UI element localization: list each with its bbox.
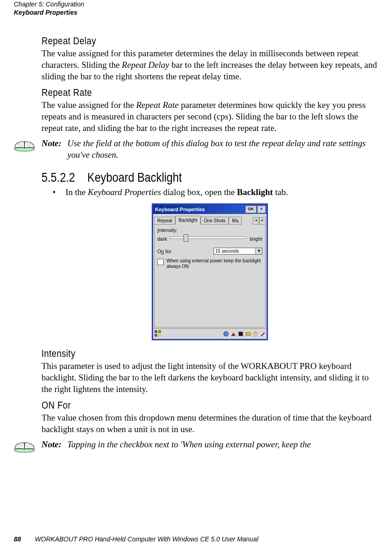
pen-icon[interactable]	[260, 331, 266, 337]
tab-strip: Repeat Backlight One Shots Ma ◂ ▸	[153, 214, 267, 225]
chapter-line: Chapter 5: Configuration	[14, 0, 378, 8]
onfor-combo[interactable]: 15 seconds ▾	[214, 248, 262, 255]
svg-rect-6	[239, 332, 243, 336]
section-line: Keyboard Properties	[14, 8, 378, 17]
repeat-delay-heading: Repeat Delay	[42, 35, 328, 47]
tab-scroll-right[interactable]: ▸	[259, 217, 266, 225]
bullet-open-backlight: • In the Keyboard Properties dialog box,…	[53, 187, 378, 198]
repeat-delay-paragraph: The value assigned for this parameter de…	[42, 48, 378, 82]
tab-macro[interactable]: Ma	[229, 217, 242, 225]
device-icon[interactable]	[238, 331, 244, 337]
intensity-heading: Intensity	[42, 348, 328, 360]
note-1: Note: Use the field at the bottom of thi…	[13, 138, 378, 161]
backlight-section-heading: 5.5.2.2 Keyboard Backlight	[42, 170, 328, 185]
intensity-paragraph: This parameter is used to adjust the lig…	[42, 361, 378, 395]
note-2-text: Note: Tapping in the checkbox next to 'W…	[42, 439, 378, 451]
svg-rect-4	[158, 334, 161, 337]
external-power-check-row: When using external power keep the backl…	[157, 258, 262, 269]
page-footer: 88 WORKABOUT PRO Hand-Held Computer With…	[14, 535, 378, 543]
onfor-row: On for 15 seconds ▾	[157, 248, 262, 255]
tab-backlight[interactable]: Backlight	[175, 216, 201, 225]
svg-rect-1	[154, 330, 157, 333]
backlight-panel: Intensity: dark ' ' ' ' ' ' ' ' ' ' ' ' …	[154, 225, 266, 327]
slider-bright-label: bright	[249, 236, 262, 242]
note-1-text: Note: Use the field at the bottom of thi…	[42, 138, 378, 161]
dialog-title: Keyboard Properties	[154, 207, 244, 212]
page-number: 88	[14, 535, 21, 543]
close-button[interactable]: ×	[257, 206, 266, 213]
repeat-rate-heading: Repeat Rate	[42, 87, 328, 99]
repeat-rate-paragraph: The value assigned for the Repeat Rate p…	[42, 100, 378, 134]
tab-oneshots[interactable]: One Shots	[201, 217, 229, 225]
footer-title: WORKABOUT PRO Hand-Held Computer With Wi…	[35, 535, 258, 543]
dialog-titlebar: Keyboard Properties OK ×	[153, 205, 267, 214]
onfor-label: On for	[157, 249, 172, 254]
tray	[223, 331, 266, 337]
svg-rect-2	[158, 330, 161, 333]
globe-icon[interactable]	[223, 331, 229, 337]
onfor-heading: ON For	[42, 399, 328, 411]
tab-repeat[interactable]: Repeat	[154, 217, 175, 225]
svg-rect-7	[246, 332, 250, 335]
book-icon	[13, 138, 36, 154]
intensity-slider[interactable]: ' ' ' ' ' ' ' ' ' ' ' '	[170, 235, 247, 243]
slider-dark-label: dark	[157, 236, 167, 242]
hand-icon[interactable]	[253, 331, 258, 337]
card-icon[interactable]	[245, 331, 251, 337]
onfor-value: 15 seconds	[214, 248, 255, 254]
chevron-down-icon[interactable]: ▾	[255, 248, 262, 254]
external-power-checkbox[interactable]	[157, 259, 164, 265]
dialog-screenshot: Keyboard Properties OK × Repeat Backligh…	[42, 203, 378, 340]
intensity-slider-row: dark ' ' ' ' ' ' ' ' ' ' ' ' bright	[157, 235, 262, 243]
svg-rect-3	[154, 334, 157, 337]
connection-icon[interactable]	[231, 331, 236, 337]
note-2: Note: Tapping in the checkbox next to 'W…	[13, 439, 378, 455]
book-icon	[13, 439, 36, 455]
ok-button[interactable]: OK	[245, 206, 256, 213]
external-power-check-label: When using external power keep the backl…	[166, 258, 262, 269]
keyboard-properties-dialog: Keyboard Properties OK × Repeat Backligh…	[152, 203, 268, 340]
taskbar	[153, 328, 267, 339]
bullet-dot: •	[53, 187, 65, 198]
tab-scroll-left[interactable]: ◂	[253, 217, 259, 225]
start-icon[interactable]	[154, 330, 163, 338]
intensity-label: Intensity:	[157, 227, 262, 233]
page-header: Chapter 5: Configuration Keyboard Proper…	[14, 0, 378, 17]
onfor-paragraph: The value chosen from this dropdown menu…	[42, 412, 378, 435]
